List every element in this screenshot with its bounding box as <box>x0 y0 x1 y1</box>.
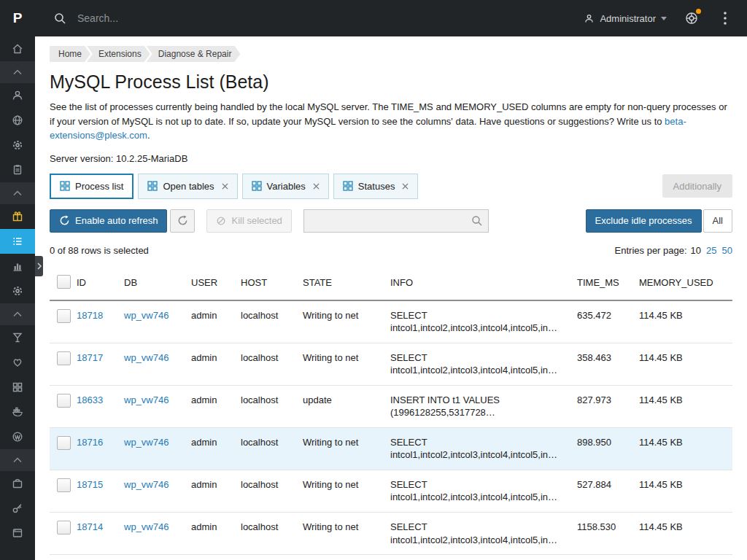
support-ring-icon[interactable] <box>683 9 700 27</box>
tab-label: Open tables <box>163 181 214 192</box>
tab-process-list[interactable]: Process list <box>50 174 133 199</box>
state-cell: update <box>303 385 390 427</box>
description-text: See the list of processes currently bein… <box>50 101 727 127</box>
close-icon[interactable] <box>313 183 320 190</box>
row-checkbox[interactable] <box>57 309 71 323</box>
user-menu[interactable]: Administrator <box>584 13 667 24</box>
info-cell: SELECT intcol1,intcol2,intcol3,intcol4,i… <box>390 512 577 554</box>
row-checkbox[interactable] <box>57 351 71 365</box>
host-cell: localhost <box>241 300 303 343</box>
column-header-state[interactable]: STATE <box>303 265 390 300</box>
all-filter-button[interactable]: All <box>703 209 732 233</box>
plesk-logo[interactable]: P <box>0 0 35 36</box>
process-id-link[interactable]: 18633 <box>77 394 103 405</box>
additionally-button[interactable]: Additionally <box>662 174 733 198</box>
column-header-memory-used[interactable]: MEMORY_USED <box>639 265 732 300</box>
caret-down-icon <box>661 17 667 20</box>
state-cell: Writing to net <box>303 427 390 470</box>
close-icon[interactable] <box>222 183 228 190</box>
select-all-checkbox[interactable] <box>57 275 71 289</box>
db-link[interactable]: wp_vw746 <box>124 437 169 448</box>
tab-open-tables[interactable]: Open tables <box>138 174 237 199</box>
sidebar-collapse-button[interactable] <box>0 303 35 325</box>
breadcrumb-extensions[interactable]: Extensions <box>87 46 150 62</box>
window-icon[interactable] <box>0 521 35 545</box>
exclude-idle-button[interactable]: Exclude idle processes <box>586 209 702 233</box>
process-id-link[interactable]: 18716 <box>77 437 103 448</box>
process-id-link[interactable]: 18715 <box>77 479 103 490</box>
close-icon[interactable] <box>402 183 409 190</box>
table-row: 18712 wp_vw746 admin localhost Writing t… <box>50 555 732 560</box>
globe-icon[interactable] <box>0 108 35 133</box>
info-cell: INSERT INTO t1 VALUES (1996128255,531772… <box>390 385 577 427</box>
column-header-host[interactable]: HOST <box>241 265 303 300</box>
gift-icon[interactable] <box>0 204 35 229</box>
tab-grid-icon <box>147 181 158 191</box>
home-icon[interactable] <box>0 36 35 61</box>
clipboard-icon[interactable] <box>0 158 35 182</box>
breadcrumb-diagnose-repair[interactable]: Diagnose & Repair <box>147 46 241 62</box>
process-id-link[interactable]: 18718 <box>77 310 103 321</box>
wordpress-icon[interactable] <box>0 424 35 449</box>
db-link[interactable]: wp_vw746 <box>124 394 169 405</box>
db-link[interactable]: wp_vw746 <box>124 352 169 363</box>
row-checkbox[interactable] <box>57 394 71 408</box>
search-input[interactable] <box>76 12 298 25</box>
row-checkbox[interactable] <box>57 436 71 450</box>
row-checkbox[interactable] <box>57 478 71 492</box>
refresh-button[interactable] <box>170 209 195 233</box>
time-cell: 635.472 <box>577 300 639 343</box>
column-header-id[interactable]: ID <box>77 265 124 300</box>
db-link[interactable]: wp_vw746 <box>124 521 169 532</box>
breadcrumb-home[interactable]: Home <box>50 46 90 62</box>
db-link[interactable]: wp_vw746 <box>124 479 169 490</box>
sidebar-flyout-handle[interactable] <box>35 256 43 276</box>
sidebar-collapse-button[interactable] <box>0 182 35 204</box>
column-header-info[interactable]: INFO <box>390 265 577 300</box>
bar-chart-icon[interactable] <box>0 254 35 279</box>
grid-icon[interactable] <box>0 375 35 400</box>
entries-per-page: Entries per page:102550 <box>615 245 732 256</box>
gear-icon[interactable] <box>0 133 35 158</box>
user-cell: admin <box>191 427 241 470</box>
user-icon[interactable] <box>0 83 35 108</box>
memory-cell: 114.45 KB <box>639 512 732 554</box>
sidebar-item-process-list[interactable] <box>0 229 35 254</box>
process-id-link[interactable]: 18714 <box>77 521 103 532</box>
process-id-link[interactable]: 18717 <box>77 352 103 363</box>
info-cell: SELECT intcol1,intcol2,intcol3,intcol4,i… <box>390 555 577 560</box>
tab-statuses[interactable]: Statuses <box>333 174 419 199</box>
user-name: Administrator <box>600 13 656 24</box>
enable-auto-refresh-button[interactable]: Enable auto refresh <box>50 209 167 233</box>
heart-icon[interactable] <box>0 350 35 375</box>
docker-whale-icon[interactable] <box>0 400 35 424</box>
entries-option-50[interactable]: 50 <box>722 245 732 256</box>
user-cell: admin <box>191 555 241 560</box>
host-cell: localhost <box>241 427 303 470</box>
key-icon[interactable] <box>0 496 35 521</box>
table-row: 18716 wp_vw746 admin localhost Writing t… <box>50 427 732 470</box>
row-checkbox[interactable] <box>57 521 71 534</box>
sidebar <box>0 36 35 560</box>
process-table: ID DB USER HOST STATE INFO TIME_MS MEMOR… <box>50 265 732 560</box>
selection-row: 0 of 88 rows is selected Entries per pag… <box>50 245 732 256</box>
cocktail-icon[interactable] <box>0 325 35 350</box>
time-cell: 923.293 <box>577 555 639 560</box>
kebab-menu-icon[interactable] <box>716 9 734 27</box>
entries-option-25[interactable]: 25 <box>706 245 716 256</box>
kill-selected-button[interactable]: Kill selected <box>206 209 291 233</box>
info-cell: SELECT intcol1,intcol2,intcol3,intcol4,i… <box>390 470 577 512</box>
column-header-db[interactable]: DB <box>124 265 191 300</box>
db-link[interactable]: wp_vw746 <box>124 310 169 321</box>
tab-variables[interactable]: Variables <box>242 174 329 199</box>
sidebar-collapse-button[interactable] <box>0 449 35 471</box>
sidebar-collapse-button[interactable] <box>0 61 35 83</box>
gear-icon[interactable] <box>0 279 35 303</box>
column-header-user[interactable]: USER <box>191 265 241 300</box>
filter-input[interactable] <box>303 209 489 233</box>
briefcase-icon[interactable] <box>0 471 35 496</box>
main-content: Home Extensions Diagnose & Repair MySQL … <box>35 36 747 560</box>
table-row: 18714 wp_vw746 admin localhost Writing t… <box>50 512 732 554</box>
column-header-time-ms[interactable]: TIME_MS <box>577 265 639 300</box>
search-icon[interactable] <box>471 215 483 227</box>
